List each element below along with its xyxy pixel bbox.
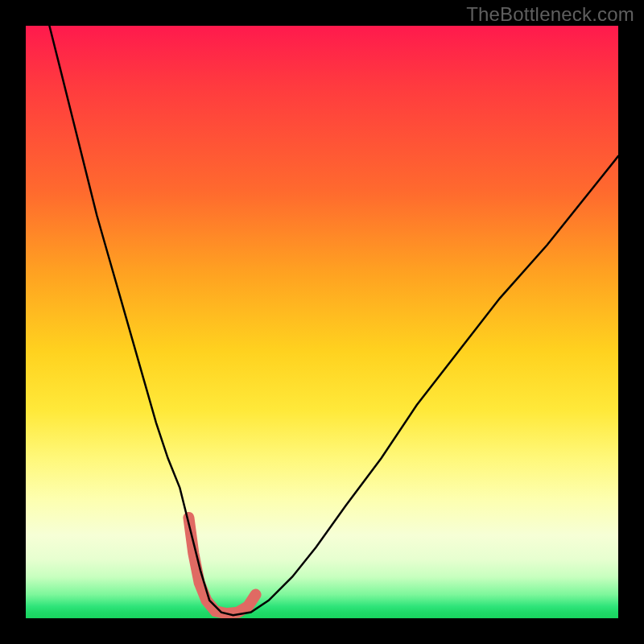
- plot-area: [26, 26, 618, 618]
- watermark-text: TheBottleneck.com: [466, 3, 634, 26]
- chart-frame: TheBottleneck.com: [0, 0, 644, 644]
- bottleneck-curve: [49, 26, 618, 615]
- plot-svg: [26, 26, 618, 618]
